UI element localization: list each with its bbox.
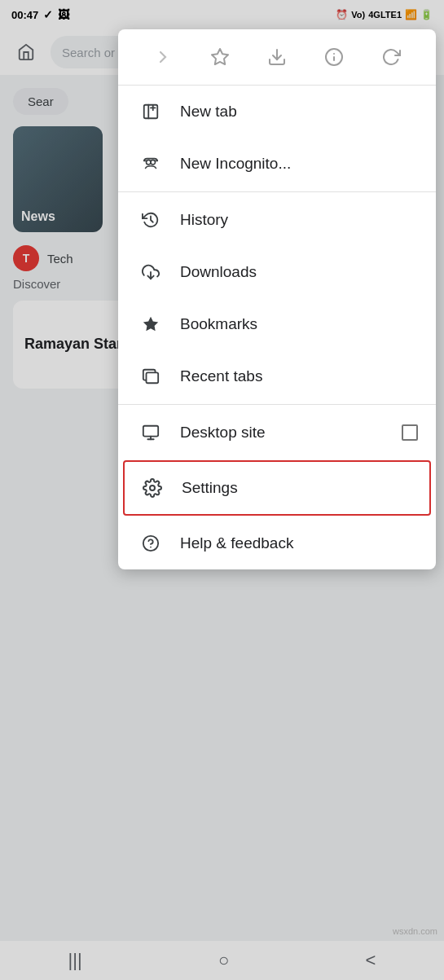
menu-toolbar: [118, 29, 436, 86]
settings-icon: [138, 473, 167, 503]
desktop-site-icon: [136, 418, 165, 447]
help-label: Help & feedback: [180, 534, 418, 552]
forward-toolbar-btn[interactable]: [145, 39, 181, 75]
menu-item-bookmarks[interactable]: Bookmarks: [118, 298, 436, 350]
recent-tabs-icon: [136, 362, 165, 391]
svg-rect-5: [144, 105, 158, 119]
menu-item-settings[interactable]: Settings: [123, 460, 431, 516]
svg-rect-16: [147, 372, 159, 383]
svg-point-20: [150, 486, 155, 490]
new-incognito-label: New Incognito...: [180, 155, 418, 173]
desktop-site-checkbox[interactable]: [402, 424, 418, 441]
history-label: History: [180, 211, 418, 229]
svg-rect-17: [143, 426, 158, 437]
divider-1: [118, 191, 436, 192]
history-icon: [136, 205, 165, 235]
menu-item-recent-tabs[interactable]: Recent tabs: [118, 350, 436, 402]
downloads-icon: [136, 257, 165, 287]
svg-marker-14: [143, 317, 158, 331]
help-icon: [136, 529, 165, 558]
menu-item-desktop-site[interactable]: Desktop site: [118, 407, 436, 459]
bookmark-toolbar-btn[interactable]: [202, 39, 238, 75]
bookmarks-label: Bookmarks: [180, 315, 418, 333]
info-toolbar-btn[interactable]: [316, 39, 352, 75]
menu-item-help[interactable]: Help & feedback: [118, 517, 436, 569]
new-tab-label: New tab: [180, 103, 418, 121]
downloads-label: Downloads: [180, 263, 418, 281]
menu-item-new-tab[interactable]: New tab: [118, 86, 436, 138]
menu-item-new-incognito[interactable]: New Incognito...: [118, 138, 436, 190]
refresh-toolbar-btn[interactable]: [373, 39, 409, 75]
desktop-site-label: Desktop site: [180, 424, 402, 442]
svg-marker-0: [212, 49, 228, 64]
settings-label: Settings: [182, 479, 416, 497]
divider-2: [118, 404, 436, 405]
incognito-icon: [136, 149, 165, 178]
bookmarks-icon: [136, 310, 165, 339]
download-toolbar-btn[interactable]: [259, 39, 295, 75]
recent-tabs-label: Recent tabs: [180, 367, 418, 385]
menu-item-downloads[interactable]: Downloads: [118, 246, 436, 298]
menu-item-history[interactable]: History: [118, 194, 436, 246]
dropdown-menu: New tab New Incognito... History: [118, 29, 436, 569]
new-tab-icon: [136, 97, 165, 126]
